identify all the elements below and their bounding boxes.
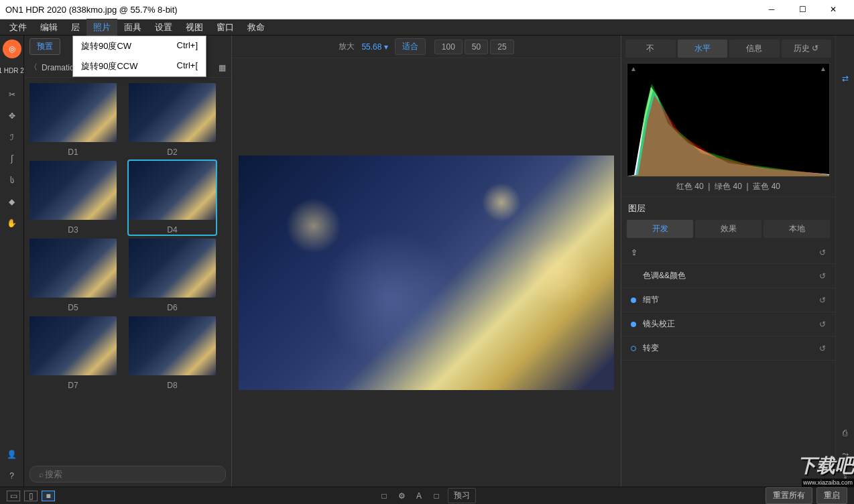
reset-all-button[interactable]: 重置所有 [766,487,812,504]
preset-D2[interactable]: D2 [129,83,216,157]
adjust-icon[interactable]: ⇄ [838,71,853,86]
zoom-value[interactable]: 55.68 ▾ [361,42,387,52]
zoom-25[interactable]: 25 [490,40,513,54]
zoom-100[interactable]: 100 [434,40,463,54]
right-tool-column: ⇄ ⎙ ⤳ ⇪ [835,36,854,487]
adjust-row-色调&&颜色[interactable]: 色调&&颜色↺ [621,264,835,288]
preset-D7[interactable]: D7 [29,316,117,390]
center-canvas-area: 放大 55.68 ▾ 适合 1005025 [232,36,621,487]
photo-menu-dropdown: 旋转90度CWCtrl+]旋转90度CCWCtrl+[ [72,36,206,77]
presets-pill[interactable]: 预置 [29,38,60,55]
menu-设置[interactable]: 设置 [148,19,179,36]
adjust-row-转变[interactable]: 转变↺ [621,336,835,361]
reset-icon[interactable]: ↺ [819,248,826,257]
print-icon[interactable]: ⎙ [838,426,853,440]
layers-title: 图层 [621,197,835,220]
view-mode-3-icon[interactable]: ■ [42,491,55,501]
maximize-button[interactable]: ☐ [787,0,818,19]
bottom-tool-icon[interactable]: ⚙ [395,491,408,501]
export-icon: ⇪ [631,248,819,257]
preset-D3[interactable]: D3 [29,161,117,235]
preset-D4[interactable]: D4 [129,161,216,235]
menu-面具[interactable]: 面具 [117,19,148,36]
bottom-tool-icon[interactable]: □ [430,491,442,501]
share-icon[interactable]: ⤳ [838,447,853,462]
histogram[interactable]: ▲ ▲ [627,63,830,177]
preset-D5[interactable]: D5 [29,239,117,312]
rgb-readout: 红色 40 | 绿色 40 | 蓝色 40 [621,177,835,197]
user-icon[interactable]: 👤 [3,445,21,464]
zoom-label: 放大 [339,41,355,52]
view-mode-1-icon[interactable]: ▭ [7,491,20,501]
crop-tool-icon[interactable]: ✂ [3,85,21,104]
search-icon: ⌕ [39,470,44,479]
bottom-bar: ▭ ▯ ■ □⚙A□ 预习 重置所有 重启 [0,487,854,504]
export-row[interactable]: ⇪ ↺ [621,242,835,264]
preset-D6[interactable]: D6 [129,239,216,312]
preview-button[interactable]: 预习 [448,488,476,503]
adjust-row-细节[interactable]: 细节↺ [621,288,835,312]
subtab-开发[interactable]: 开发 [627,220,693,238]
zoom-bar: 放大 55.68 ▾ 适合 1005025 [232,36,621,58]
preset-D8[interactable]: D8 [129,316,216,390]
heal-tool-icon[interactable]: ʃ [3,149,21,168]
menu-救命[interactable]: 救命 [241,19,271,36]
fit-button[interactable]: 适合 [395,38,426,55]
menu-item-旋转90度CCW[interactable]: 旋转90度CCWCtrl+[ [73,56,206,76]
move-tool-icon[interactable]: ✥ [3,107,21,125]
hand-tool-icon[interactable]: ✋ [3,214,21,233]
close-button[interactable]: ✕ [818,0,849,19]
help-icon[interactable]: ? [3,466,21,485]
highlight-clip-icon[interactable]: ▲ [820,65,827,72]
menu-编辑[interactable]: 编辑 [34,19,64,36]
menu-文件[interactable]: 文件 [3,19,34,36]
view-mode-2-icon[interactable]: ▯ [24,491,38,501]
menu-item-旋转90度CW[interactable]: 旋转90度CWCtrl+] [73,36,206,56]
clone-tool-icon[interactable]: ს [3,171,21,190]
restart-button[interactable]: 重启 [816,487,847,504]
brush-tool-icon[interactable]: ℐ [3,128,21,147]
right-tab-信息[interactable]: 信息 [729,40,780,58]
menu-视图[interactable]: 视图 [179,19,210,36]
brand-icon[interactable]: ◎ [3,40,21,58]
right-panel: 不水平信息历史 ↺ ▲ ▲ 红色 40 | 绿色 40 | 蓝色 40 图层 开… [621,36,835,487]
zoom-50[interactable]: 50 [465,40,488,54]
presets-panel: 预置 〈 Dramatic ▦ D1D2D3D4D5D6D7D8 ⌕ [24,36,232,487]
back-icon[interactable]: 〈 [29,62,38,73]
menu-窗口[interactable]: 窗口 [210,19,241,36]
mask-tool-icon[interactable]: ◆ [3,192,21,211]
bottom-tool-icon[interactable]: □ [378,491,390,501]
subtab-本地[interactable]: 本地 [764,220,830,238]
preset-D1[interactable]: D1 [29,83,117,157]
left-tool-column: ◎ ON1 HDR 2020 ✂ ✥ ℐ ʃ ს ◆ ✋ 👤 ? [0,36,24,487]
right-tab-不[interactable]: 不 [625,40,676,58]
shadow-clip-icon[interactable]: ▲ [630,65,637,72]
menubar: 文件编辑层照片面具设置视图窗口救命 [0,19,854,36]
adjust-row-镜头校正[interactable]: 镜头校正↺ [621,312,835,336]
right-tab-历史[interactable]: 历史 ↺ [782,40,832,58]
minimize-button[interactable]: ─ [756,0,787,19]
bottom-tool-icon[interactable]: A [413,491,425,501]
export2-icon[interactable]: ⇪ [838,468,853,483]
search-input[interactable] [29,466,226,483]
right-tab-水平[interactable]: 水平 [678,40,728,58]
titlebar: ON1 HDR 2020 (838kmo.jpg @ 55.7% 8-bit) … [0,0,854,19]
main-canvas[interactable] [239,155,614,390]
menu-照片[interactable]: 照片 [86,19,117,36]
window-title: ON1 HDR 2020 (838kmo.jpg @ 55.7% 8-bit) [5,5,756,15]
grid-view-icon[interactable]: ▦ [219,63,226,72]
menu-层[interactable]: 层 [64,19,86,36]
subtab-效果[interactable]: 效果 [695,220,761,238]
